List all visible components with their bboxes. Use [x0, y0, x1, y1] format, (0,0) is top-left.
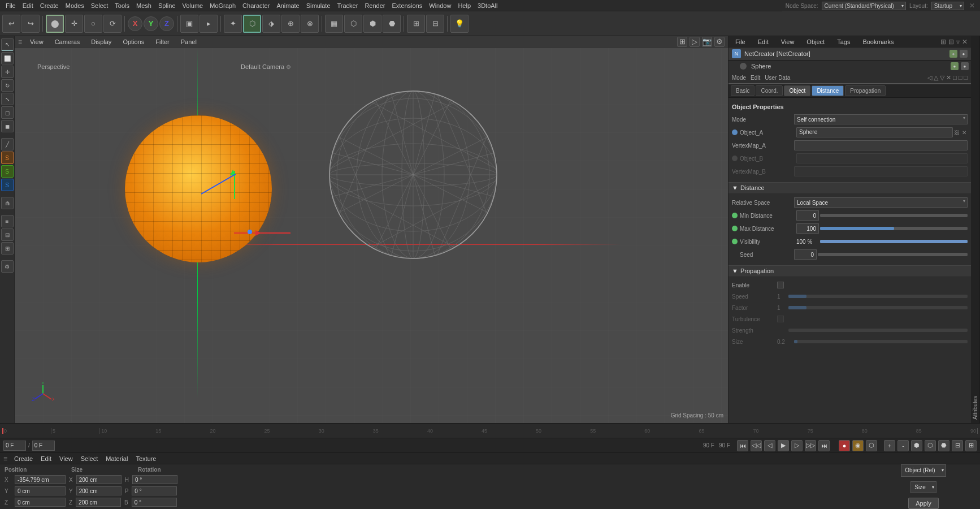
menu-character[interactable]: Character — [239, 1, 273, 10]
menu-mesh[interactable]: Mesh — [133, 1, 155, 10]
snap-play-btn[interactable]: ⊞ — [965, 440, 977, 451]
coord-system-select[interactable]: Object (Rel) ▾ — [901, 464, 946, 477]
vp-options-menu[interactable]: Options — [119, 37, 148, 46]
wire-btn[interactable]: ⬡ — [243, 15, 261, 33]
sidebar-plugin-btn[interactable]: ⚙ — [1, 260, 14, 273]
menu-modes[interactable]: Modes — [62, 1, 88, 10]
preview-btn[interactable]: ⊟ — [952, 440, 963, 451]
bot-texture[interactable]: Texture — [132, 454, 159, 463]
solid-btn[interactable]: ⬗ — [262, 15, 280, 33]
userdata-item[interactable]: User Data — [765, 75, 790, 81]
sidebar-scale-btn[interactable]: ⤡ — [1, 93, 14, 105]
tab-coord[interactable]: Coord. — [756, 85, 783, 96]
start-frame-input[interactable] — [32, 441, 55, 451]
play-btn[interactable]: ▶ — [778, 440, 789, 451]
menu-edit[interactable]: Edit — [19, 1, 37, 10]
select-scale-btn[interactable]: ⟳ — [103, 15, 122, 33]
sidebar-layer3-btn[interactable]: ⊞ — [1, 242, 14, 255]
menu-tools[interactable]: Tools — [111, 1, 133, 10]
x-pos-input[interactable] — [15, 475, 66, 484]
y-pos-input[interactable] — [15, 486, 66, 495]
record-btn[interactable]: ● — [839, 440, 850, 451]
vp-camera-btn[interactable]: 📷 — [702, 37, 712, 47]
vp-render-btn[interactable]: ▷ — [690, 37, 700, 47]
sidebar-layer2-btn[interactable]: ⊟ — [1, 228, 14, 241]
menu-extensions[interactable]: Extensions — [388, 1, 426, 10]
menu-file[interactable]: File — [2, 1, 19, 10]
sphere-vis1[interactable]: ● — [951, 62, 959, 70]
bot-material[interactable]: Material — [102, 454, 131, 463]
floor-btn[interactable]: ▦ — [325, 15, 343, 33]
bot-view[interactable]: View — [56, 454, 76, 463]
vertexmap-b-value[interactable] — [794, 166, 968, 176]
menu-help[interactable]: Help — [454, 1, 474, 10]
min-dist-input[interactable] — [796, 210, 819, 221]
bot-select[interactable]: Select — [77, 454, 102, 463]
enable-checkbox[interactable] — [777, 282, 784, 288]
menu-volume[interactable]: Volume — [179, 1, 207, 10]
axis-x-btn[interactable]: X — [128, 16, 142, 31]
p-rot-input[interactable] — [132, 486, 177, 495]
sphere-row[interactable]: Sphere ● ● — [729, 61, 971, 72]
rp-view[interactable]: View — [778, 37, 798, 46]
sidebar-spline-btn[interactable]: ╱ — [1, 138, 14, 150]
x-size-input[interactable] — [76, 475, 122, 484]
keyframe-btn[interactable]: ⬡ — [866, 440, 877, 451]
seed-input[interactable] — [794, 249, 817, 260]
propagation-section-header[interactable]: ▼ Propagation — [729, 265, 971, 277]
add-key-btn[interactable]: + — [884, 440, 895, 451]
sidebar-s1-btn[interactable]: S — [1, 152, 14, 164]
vis-slider[interactable] — [820, 240, 968, 243]
menu-render[interactable]: Render — [361, 1, 388, 10]
sidebar-select-btn[interactable]: ⬜ — [1, 52, 14, 64]
vp-panel-menu[interactable]: Panel — [177, 37, 200, 46]
z-pos-input[interactable] — [15, 498, 66, 507]
vis-btn2[interactable]: ● — [960, 50, 968, 58]
vp-cameras-menu[interactable]: Cameras — [51, 37, 84, 46]
z-size-input[interactable] — [76, 498, 121, 507]
edge-mode-btn[interactable]: ▸ — [200, 15, 218, 33]
snap-btn[interactable]: ✦ — [224, 15, 242, 33]
vp-maximize-btn[interactable]: ⊞ — [677, 37, 687, 47]
tab-distance[interactable]: Distance — [812, 85, 844, 96]
obj-a-link[interactable]: ⛓ — [953, 130, 961, 136]
key-mode-btn[interactable]: ⬡ — [925, 440, 936, 451]
timeline-cursor[interactable] — [2, 428, 3, 434]
sidebar-obj1-btn[interactable]: ◻ — [1, 106, 14, 119]
menu-animate[interactable]: Animate — [273, 1, 302, 10]
prev-frame-btn[interactable]: ◁ — [764, 440, 775, 451]
sidebar-sculpt-btn[interactable]: ⋒ — [1, 197, 14, 209]
max-dist-input[interactable] — [796, 223, 819, 234]
axis-y-btn[interactable]: Y — [144, 16, 158, 31]
edit-item[interactable]: Edit — [751, 75, 760, 81]
menu-spline[interactable]: Spline — [155, 1, 179, 10]
mode-item[interactable]: Mode — [732, 75, 746, 81]
viewport-canvas[interactable]: Perspective Default Camera ⚙ — [15, 48, 728, 423]
sidebar-layer1-btn[interactable]: ≡ — [1, 215, 14, 227]
sidebar-move-btn[interactable]: ✛ — [1, 66, 14, 78]
viewport[interactable]: ≡ View Cameras Display Options Filter Pa… — [15, 36, 728, 423]
sidebar-cursor-btn[interactable]: ↖ — [1, 38, 14, 51]
sidebar-obj2-btn[interactable]: ◼ — [1, 120, 14, 132]
tab-basic[interactable]: Basic — [731, 85, 754, 96]
menu-3dtoall[interactable]: 3DtoAll — [474, 1, 501, 10]
rp-object[interactable]: Object — [803, 37, 828, 46]
vis-btn1[interactable]: ● — [949, 50, 957, 58]
bot-create[interactable]: Create — [11, 454, 36, 463]
polygon-tool-btn[interactable]: ⬢ — [363, 15, 381, 33]
select-model-btn[interactable]: ⬤ — [46, 15, 64, 33]
autokey-btn[interactable]: ◉ — [852, 440, 864, 451]
bot-edit[interactable]: Edit — [37, 454, 55, 463]
rp-edit[interactable]: Edit — [754, 37, 772, 46]
rp-bookmarks[interactable]: Bookmarks — [859, 37, 897, 46]
sphere-vis2[interactable]: ● — [961, 62, 969, 70]
light-btn[interactable]: 💡 — [450, 15, 469, 33]
tab-object[interactable]: Object — [784, 85, 810, 96]
menu-simulate[interactable]: Simulate — [303, 1, 334, 10]
rp-tags[interactable]: Tags — [834, 37, 853, 46]
min-dist-slider[interactable] — [820, 214, 968, 217]
relative-space-select[interactable]: Local Space ▾ — [794, 197, 968, 208]
menu-mograph[interactable]: MoGraph — [206, 1, 239, 10]
apply-btn[interactable]: Apply — [908, 498, 939, 509]
undo-btn[interactable]: ↩ — [2, 15, 20, 33]
